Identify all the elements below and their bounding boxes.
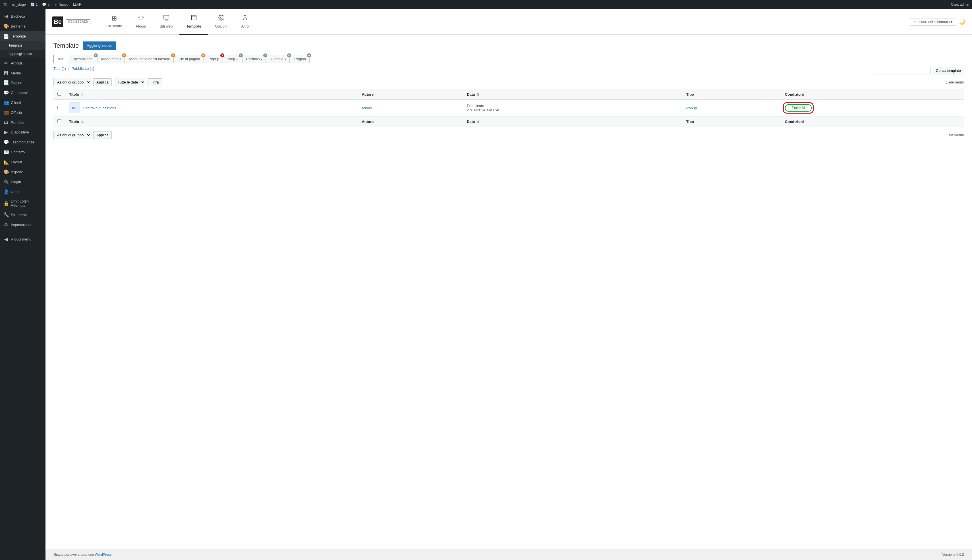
page-title: Template bbox=[54, 42, 79, 49]
footer-wordpress-link[interactable]: WordPress. bbox=[95, 553, 112, 557]
filter-tab-menu-barra-label: Menu della barra laterale bbox=[129, 57, 170, 61]
admin-bar-new[interactable]: ＋ Nuovo bbox=[54, 2, 69, 7]
sidebar-label-limit-login: Limit Login Attempts bbox=[11, 199, 42, 208]
th-check bbox=[54, 89, 65, 100]
betheme-nav: Be REGISTERED ⊞ Cruscotto Plugin bbox=[45, 9, 972, 35]
betheme-nav-plugin[interactable]: Plugin bbox=[129, 9, 153, 35]
filter-tab-menu-barra[interactable]: Menu della barra laterale 0 bbox=[125, 55, 174, 63]
sidebar-item-limit-login[interactable]: 🔒 Limit Login Attempts bbox=[0, 197, 45, 210]
betheme-nav-template[interactable]: Template bbox=[179, 9, 208, 35]
tfoot-autore: Autore bbox=[358, 117, 463, 127]
filter-button[interactable]: Filtra bbox=[147, 78, 162, 86]
sidebar-item-riduci[interactable]: ◀ Riduci menu bbox=[0, 234, 45, 244]
sidebar-label-testimonianze: Testimonianze bbox=[11, 140, 34, 144]
row-check-cell bbox=[54, 100, 65, 117]
filter-tab-popup[interactable]: Popup 1 bbox=[205, 55, 223, 63]
status-filter: Tutti (1) | Pubblicato (1) bbox=[54, 67, 94, 71]
sidebar-item-articoli[interactable]: ✏ Articoli bbox=[0, 58, 45, 68]
svg-rect-3 bbox=[191, 15, 196, 20]
sidebar-submenu-aggiungi-nuovo[interactable]: Aggiungi nuovo bbox=[0, 50, 45, 58]
status-filter-tutti[interactable]: Tutti (1) bbox=[54, 67, 66, 71]
select-all-footer-checkbox[interactable] bbox=[57, 119, 61, 123]
row-title-link[interactable]: Controllo di gestione bbox=[83, 106, 117, 110]
add-new-button[interactable]: Aggiungi nuovo bbox=[83, 42, 116, 50]
sidebar-item-diapositive[interactable]: ▶ Diapositive bbox=[0, 127, 45, 137]
sidebar-item-impostazioni[interactable]: ⚙ Impostazioni bbox=[0, 220, 45, 230]
sidebar-item-clienti[interactable]: 👥 Clienti bbox=[0, 98, 45, 108]
filter-tab-globale[interactable]: Globale 0 ▾ bbox=[267, 55, 289, 63]
filter-tab-mega-menu[interactable]: Mega menu 0 bbox=[97, 55, 124, 63]
impostazioni-schermata-button[interactable]: Impostazioni schermata ▾ bbox=[910, 18, 956, 25]
admin-bar-comments[interactable]: 💬 0 bbox=[42, 3, 50, 7]
admin-bar-llar[interactable]: LLAR bbox=[73, 3, 82, 7]
entire-site-badge[interactable]: + Entire Site bbox=[785, 104, 811, 112]
page-footer: Grazie per aver creato con WordPress. Ve… bbox=[45, 549, 972, 560]
sidebar-item-portfolio[interactable]: 🗂 Portfolio bbox=[0, 118, 45, 127]
th-titolo[interactable]: Titolo ⇅ bbox=[65, 89, 358, 100]
sidebar-item-utenti[interactable]: 👤 Utenti bbox=[0, 187, 45, 197]
tfoot-data[interactable]: Data ⇅ bbox=[463, 117, 682, 127]
row-title-cell: TMP Controllo di gestione bbox=[65, 100, 358, 117]
sidebar-item-template[interactable]: 📄 Template bbox=[0, 31, 45, 41]
admin-bar-updates[interactable]: 🔄 1 bbox=[30, 3, 38, 7]
sidebar-item-media[interactable]: 🖼 Media bbox=[0, 68, 45, 78]
sidebar-submenu-template-main[interactable]: Template bbox=[0, 41, 45, 50]
sidebar-label-utenti: Utenti bbox=[11, 190, 20, 194]
updates-count: 1 bbox=[36, 3, 38, 7]
apply-button-bottom[interactable]: Applica bbox=[93, 131, 112, 139]
sidebar-item-layout[interactable]: 📐 Layout bbox=[0, 157, 45, 167]
comments-count: 0 bbox=[47, 3, 50, 7]
search-input[interactable] bbox=[873, 67, 930, 74]
filter-tab-intestazione[interactable]: Intestazione 0 bbox=[69, 55, 96, 63]
tfoot-condizioni-label: Condizioni bbox=[785, 120, 804, 124]
impostazioni-icon: ⚙ bbox=[3, 222, 8, 227]
sidebar-item-offerta[interactable]: 💼 Offerta bbox=[0, 108, 45, 118]
date-filter-select[interactable]: Tutte le date bbox=[114, 78, 145, 86]
row-author-link[interactable]: admin bbox=[361, 106, 371, 110]
admin-greeting: Ciao, admin bbox=[951, 3, 969, 7]
admin-bar-site[interactable]: rsi_stage bbox=[12, 3, 26, 7]
row-checkbox[interactable] bbox=[57, 106, 61, 109]
dark-mode-icon[interactable]: 🌙 bbox=[959, 19, 965, 25]
utenti-icon: 👤 bbox=[3, 189, 8, 195]
betheme-nav-siti-web[interactable]: Siti web bbox=[153, 9, 180, 35]
action-row-top: Azioni di gruppo Applica Tutte le date F… bbox=[54, 78, 964, 86]
sidebar-item-pagine[interactable]: 📃 Pagine bbox=[0, 78, 45, 88]
sidebar-item-aspetto[interactable]: 🎨 Aspetto bbox=[0, 167, 45, 177]
row-type-link[interactable]: Popup bbox=[686, 106, 697, 110]
siti-web-nav-label: Siti web bbox=[160, 24, 173, 28]
sidebar-item-contatto[interactable]: 📧 Contatto bbox=[0, 147, 45, 157]
th-data[interactable]: Data ⇅ bbox=[463, 89, 682, 100]
search-button[interactable]: Cerca template bbox=[933, 67, 964, 74]
betheme-nav-opzioni[interactable]: Opzioni bbox=[208, 9, 234, 35]
filter-tab-blog[interactable]: Blog 0 ▾ bbox=[224, 55, 241, 63]
status-filter-pubblicato[interactable]: Pubblicato (1) bbox=[72, 67, 94, 71]
betheme-nav-altro[interactable]: Altro bbox=[234, 9, 256, 35]
apply-button-top[interactable]: Applica bbox=[93, 78, 112, 86]
sidebar-item-plugin[interactable]: 🔌 Plugin bbox=[0, 177, 45, 187]
template-nav-icon bbox=[191, 15, 197, 22]
plugin-nav-icon bbox=[138, 15, 144, 22]
row-date: 27/10/2024 alle 6:48 bbox=[467, 108, 500, 112]
altro-nav-label: Altro bbox=[241, 24, 249, 28]
sidebar-item-bacheca[interactable]: ⊞ Bacheca bbox=[0, 12, 45, 21]
sidebar-item-strumenti[interactable]: 🔧 Strumenti bbox=[0, 210, 45, 220]
sidebar-item-betheme[interactable]: 🎨 Betheme bbox=[0, 21, 45, 31]
filter-tab-tutti[interactable]: Tutti bbox=[54, 55, 68, 63]
betheme-nav-cruscotto[interactable]: ⊞ Cruscotto bbox=[99, 9, 129, 35]
action-group-select-top[interactable]: Azioni di gruppo bbox=[54, 78, 91, 86]
filter-tab-pagina[interactable]: Pagina 0 bbox=[291, 55, 310, 63]
data-sort-icon: ⇅ bbox=[477, 93, 479, 96]
sidebar-label-riduci: Riduci menu bbox=[11, 237, 31, 242]
tfoot-titolo[interactable]: Titolo ⇅ bbox=[65, 117, 358, 127]
llar-label: LLAR bbox=[73, 3, 82, 7]
page-header: Template Aggiungi nuovo bbox=[54, 42, 964, 50]
sidebar-item-commenti[interactable]: 💬 Commenti bbox=[0, 88, 45, 98]
sidebar-label-layout: Layout bbox=[11, 160, 22, 164]
filter-tab-pie-pagina[interactable]: Piè di pagina 0 bbox=[175, 55, 204, 63]
select-all-checkbox[interactable] bbox=[57, 92, 61, 96]
filter-tab-portfolio[interactable]: Portfolio 0 ▾ bbox=[243, 55, 266, 63]
action-group-select-bottom[interactable]: Azioni di gruppo bbox=[54, 131, 91, 139]
footer-text: Grazie per aver creato con WordPress. bbox=[54, 553, 112, 557]
sidebar-item-testimonianze[interactable]: 💬 Testimonianze bbox=[0, 137, 45, 147]
